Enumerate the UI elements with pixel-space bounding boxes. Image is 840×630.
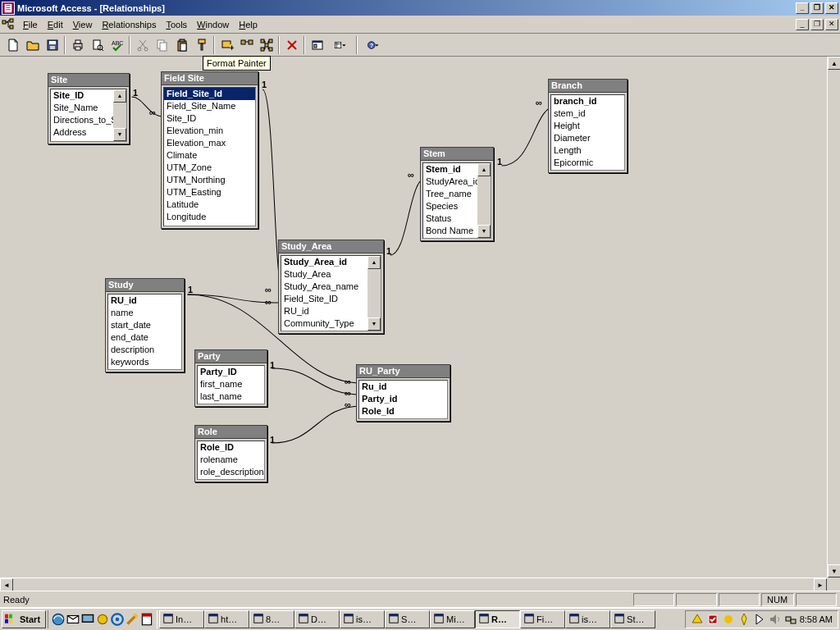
task-item[interactable]: ht… — [204, 610, 249, 628]
table-field[interactable]: Elevation_max — [164, 137, 255, 149]
table-ruparty[interactable]: RU_Party Ru_idParty_idRole_Id — [356, 364, 450, 422]
table-field[interactable]: last_name — [198, 390, 264, 403]
tray-icon[interactable] — [769, 613, 782, 626]
menu-edit[interactable]: Edit — [43, 18, 68, 31]
start-button[interactable]: Start — [2, 610, 46, 628]
table-field[interactable]: Height — [551, 120, 624, 132]
table-field[interactable]: description — [108, 344, 181, 356]
table-field[interactable]: Role_Id — [359, 405, 447, 418]
menu-view[interactable]: View — [68, 18, 98, 31]
clock[interactable]: 8:58 AM — [800, 614, 833, 624]
database-window-button[interactable] — [308, 36, 326, 54]
table-field[interactable]: first_name — [198, 378, 264, 390]
new-object-button[interactable] — [327, 36, 354, 54]
tray-icon[interactable] — [722, 613, 735, 626]
table-field[interactable]: Field_Site_Id — [164, 88, 255, 100]
table-field[interactable]: Community_Type — [281, 317, 368, 330]
table-field[interactable]: UTM_Northing — [164, 174, 255, 186]
table-field[interactable]: StudyArea_id — [423, 176, 477, 188]
task-item[interactable]: is… — [565, 610, 610, 628]
table-title[interactable]: Role — [195, 426, 267, 439]
table-field[interactable]: Longitude — [164, 211, 255, 223]
table-field[interactable]: Address — [51, 126, 113, 139]
table-field[interactable]: UTM_Easting — [164, 186, 255, 199]
table-field[interactable]: Species — [423, 200, 477, 212]
table-branch[interactable]: Branch branch_idstem_idHeightDiameterLen… — [548, 79, 628, 173]
table-field[interactable]: Status — [423, 212, 477, 225]
cut-button[interactable] — [133, 36, 152, 54]
vertical-scrollbar[interactable]: ▲ ▼ — [827, 57, 840, 578]
table-field[interactable]: Latitude — [164, 199, 255, 211]
scroll-up-button[interactable]: ▲ — [828, 57, 840, 70]
table-field[interactable]: Epicormic — [551, 157, 624, 169]
table-field[interactable]: Climate — [164, 149, 255, 162]
mdi-minimize-button[interactable]: _ — [796, 19, 809, 30]
table-title[interactable]: Field Site — [162, 72, 258, 85]
horizontal-scrollbar[interactable]: ◄ ► — [0, 578, 827, 591]
scroll-right-button[interactable]: ► — [814, 578, 827, 591]
mdi-restore-button[interactable]: ❐ — [810, 19, 824, 30]
table-field[interactable]: Study_Area_name — [281, 281, 368, 293]
paste-button[interactable] — [172, 36, 191, 54]
help-button[interactable]: ? — [360, 36, 386, 54]
tray-icon[interactable] — [737, 613, 751, 626]
ql-icon[interactable] — [95, 612, 110, 627]
mdi-icon[interactable] — [2, 18, 15, 31]
table-studyarea[interactable]: Study_Area Study_Area_idStudy_AreaStudy_… — [278, 240, 384, 334]
table-fieldsite[interactable]: Field Site Field_Site_IdField_Site_NameS… — [161, 71, 258, 229]
scrollbar[interactable]: ▲▼ — [477, 163, 491, 238]
table-field[interactable]: keywords — [108, 356, 181, 368]
table-field[interactable]: RU_id — [108, 294, 181, 307]
mdi-close-button[interactable]: ✕ — [825, 19, 838, 30]
table-title[interactable]: Party — [195, 350, 267, 363]
copy-button[interactable] — [153, 36, 171, 54]
desktop-icon[interactable] — [80, 612, 95, 627]
menu-file[interactable]: File — [18, 18, 43, 31]
table-field[interactable]: Study_Area — [281, 268, 368, 281]
task-item[interactable]: Fi… — [520, 610, 565, 628]
menu-tools[interactable]: Tools — [161, 18, 192, 31]
delete-button[interactable] — [282, 36, 301, 54]
table-field[interactable]: Bond Name — [423, 225, 477, 237]
minimize-button[interactable]: _ — [796, 2, 809, 14]
table-party[interactable]: Party Party_IDfirst_namelast_name — [194, 349, 267, 407]
ql-icon[interactable] — [110, 612, 125, 627]
ql-icon[interactable] — [139, 612, 154, 627]
table-field[interactable]: Study_Area_id — [281, 256, 368, 268]
outlook-icon[interactable] — [66, 612, 80, 627]
table-field[interactable]: Tree_name — [423, 188, 477, 200]
table-title[interactable]: Branch — [549, 80, 627, 93]
task-item[interactable]: Mi… — [430, 610, 475, 628]
task-item[interactable]: 8… — [249, 610, 294, 628]
scrollbar[interactable]: ▲▼ — [368, 256, 381, 331]
task-item[interactable]: S… — [385, 610, 430, 628]
new-button[interactable] — [3, 36, 22, 54]
table-field[interactable]: Site_ID — [51, 89, 113, 102]
table-field[interactable]: RU_id — [281, 305, 368, 317]
save-button[interactable] — [43, 36, 62, 54]
print-button[interactable] — [68, 36, 87, 54]
table-field[interactable]: Elevation_min — [164, 125, 255, 137]
table-field[interactable]: Ru_id — [359, 381, 447, 393]
table-field[interactable]: branch_id — [551, 95, 624, 107]
scroll-down-button[interactable]: ▼ — [828, 564, 840, 578]
table-field[interactable]: Field_Site_ID — [281, 293, 368, 305]
tray-icon[interactable] — [706, 613, 719, 626]
tray-icon[interactable] — [753, 613, 766, 626]
tray-icon[interactable] — [784, 613, 797, 626]
spelling-button[interactable]: ABC — [107, 36, 126, 54]
table-title[interactable]: RU_Party — [357, 365, 450, 378]
table-field[interactable]: rolename — [198, 454, 264, 466]
table-field[interactable]: Site_Name — [51, 102, 113, 114]
show-all-button[interactable] — [257, 36, 276, 54]
format-painter-button[interactable] — [192, 36, 211, 54]
table-field[interactable]: Directions_to_Site — [51, 114, 113, 126]
tray-icon[interactable] — [691, 613, 704, 626]
close-button[interactable]: ✕ — [825, 2, 838, 14]
scroll-left-button[interactable]: ◄ — [0, 578, 13, 591]
table-field[interactable]: end_date — [108, 331, 181, 344]
table-title[interactable]: Study — [106, 279, 184, 292]
task-item[interactable]: D… — [294, 610, 340, 628]
table-field[interactable]: Diameter — [551, 132, 624, 144]
table-study[interactable]: Study RU_idnamestart_dateend_datedescrip… — [105, 278, 185, 372]
